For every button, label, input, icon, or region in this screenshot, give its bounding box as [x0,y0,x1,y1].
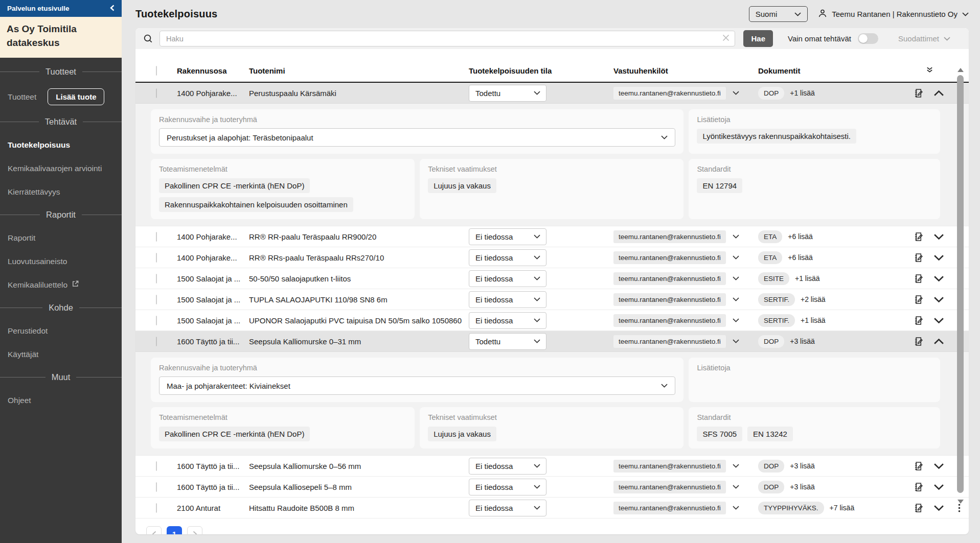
filters-dropdown[interactable]: Suodattimet [898,34,950,43]
document-badge[interactable]: DOP [758,87,784,100]
prev-page-button[interactable] [146,526,162,534]
page-number[interactable]: 1 [167,526,182,534]
scroll-down-icon[interactable] [958,500,964,504]
table-row[interactable]: 1600 Täyttö ja tii... Seepsula Kalliomur… [135,331,969,352]
chevron-down-icon[interactable] [733,318,739,322]
edit-icon[interactable] [913,315,924,326]
sidebar-item-luovutusaineisto[interactable]: Luovutusaineisto [0,250,122,273]
chevron-down-icon[interactable] [933,231,944,242]
more-documents[interactable]: +1 lisää [790,89,815,97]
search-button[interactable]: Hae [743,30,773,47]
table-row[interactable]: 1500 Salaojat ja ... TUPLA SALAOJAPUTKI … [135,289,969,310]
document-badge[interactable]: DOP [758,335,784,348]
sidebar-item-tuotekelpoisuus[interactable]: Tuotekelpoisuus [0,133,122,157]
product-group-select[interactable]: Perustukset ja alapohjat: Teräsbetonipaa… [159,128,675,147]
row-checkbox[interactable] [156,253,157,263]
chevron-down-icon[interactable] [933,503,944,513]
sidebar-item-perustiedot[interactable]: Perustiedot [0,319,122,343]
more-documents[interactable]: +1 lisää [801,316,826,324]
vertical-scrollbar[interactable] [957,68,964,534]
more-documents[interactable]: +3 lisää [790,462,815,470]
edit-icon[interactable] [913,273,924,284]
chevron-down-icon[interactable] [733,485,739,489]
own-tasks-toggle[interactable] [858,33,878,44]
document-badge[interactable]: ESITE [758,272,789,285]
edit-icon[interactable] [913,252,924,263]
chevron-down-icon[interactable] [933,273,944,284]
edit-icon[interactable] [913,231,924,242]
chevron-down-icon[interactable] [733,297,739,301]
more-documents[interactable]: +1 lisää [795,274,820,282]
more-documents[interactable]: +3 lisää [790,483,815,491]
row-checkbox[interactable] [156,337,157,346]
sidebar-item-ohjeet[interactable]: Ohjeet [0,389,122,412]
chevron-up-icon[interactable] [933,336,944,347]
chevron-down-icon[interactable] [733,276,739,280]
edit-icon[interactable] [913,88,924,99]
table-row[interactable]: 1400 Pohjarake... Perustuspaalu Kärsämäk… [135,83,969,104]
row-checkbox[interactable] [156,232,157,242]
edit-icon[interactable] [913,482,924,492]
more-documents[interactable]: +2 lisää [801,295,826,303]
sidebar-item-kemikaaliluettelo[interactable]: Kemikaaliluettelo [0,273,122,297]
select-all-checkbox[interactable] [156,66,157,76]
chevron-down-icon[interactable] [933,252,944,263]
sidebar-item-raportit[interactable]: Raportit [0,226,122,250]
table-row[interactable]: 1500 Salaojat ja ... 50-50/50 salaojaput… [135,268,969,289]
table-row[interactable]: 1500 Salaojat ja ... UPONOR Salaojaputki… [135,310,969,331]
chevron-down-icon[interactable] [733,464,739,468]
more-documents[interactable]: +6 lisää [788,232,813,241]
search-input[interactable] [159,31,735,46]
document-badge[interactable]: DOP [758,460,784,473]
chevron-down-icon[interactable] [733,91,739,95]
status-select[interactable]: Ei tiedossa [469,228,546,245]
status-select[interactable]: Todettu [469,333,546,350]
status-select[interactable]: Ei tiedossa [469,249,546,266]
edit-icon[interactable] [913,503,924,513]
edit-icon[interactable] [913,294,924,305]
add-product-button[interactable]: Lisää tuote [48,88,104,105]
chevron-down-icon[interactable] [733,339,739,343]
chevron-up-icon[interactable] [933,88,944,99]
status-select[interactable]: Ei tiedossa [469,479,546,495]
back-to-home-link[interactable]: Palvelun etusivulle [0,0,122,17]
document-badge[interactable]: ETA [758,251,782,264]
status-select[interactable]: Ei tiedossa [469,291,546,308]
collapse-all-icon[interactable] [892,66,933,75]
document-badge[interactable]: TYYPPIHYVÄKS. [758,502,824,514]
status-select[interactable]: Ei tiedossa [469,500,546,516]
row-checkbox[interactable] [156,274,157,284]
table-row[interactable]: 1600 Täyttö ja tii... Seepsula Kalliosep… [135,477,969,498]
product-group-select[interactable]: Maa- ja pohjarakenteet: Kiviainekset [159,376,675,395]
table-row[interactable]: 2100 Anturat Hitsattu Raudoite B500B 8 m… [135,498,969,518]
row-checkbox[interactable] [156,316,157,325]
chevron-down-icon[interactable] [933,294,944,305]
sidebar-item-kayttajat[interactable]: Käyttäjät [0,343,122,366]
sidebar-item-kemikaalivaarojen-arviointi[interactable]: Kemikaalivaarojen arviointi [0,157,122,180]
more-documents[interactable]: +3 lisää [790,337,815,345]
document-badge[interactable]: DOP [758,481,784,493]
status-select[interactable]: Ei tiedossa [469,458,546,475]
chevron-down-icon[interactable] [933,315,944,326]
row-checkbox[interactable] [156,88,157,98]
row-checkbox[interactable] [156,461,157,471]
row-checkbox[interactable] [156,482,157,492]
chevron-down-icon[interactable] [733,506,739,510]
edit-icon[interactable] [913,461,924,471]
scrollbar-thumb[interactable] [957,75,964,493]
clear-icon[interactable] [722,34,730,42]
scroll-up-icon[interactable] [958,68,964,72]
language-select[interactable]: Suomi [749,6,808,22]
sidebar-item-kierratettavyys[interactable]: Kierrätettävyys [0,180,122,204]
table-row[interactable]: 1400 Pohjarake... RR® RR-paalu Teräspaal… [135,226,969,247]
edit-icon[interactable] [913,336,924,347]
document-badge[interactable]: ETA [758,230,782,243]
user-menu[interactable]: Teemu Rantanen | Rakennustieto Oy [818,9,969,19]
status-select[interactable]: Ei tiedossa [469,270,546,287]
row-checkbox[interactable] [156,295,157,304]
table-row[interactable]: 1600 Täyttö ja tii... Seepsula Kalliomur… [135,456,969,477]
table-row[interactable]: 1400 Pohjarake... RR® RRs-paalu Teräspaa… [135,247,969,268]
more-documents[interactable]: +6 lisää [788,253,813,262]
sidebar-item-tuotteet[interactable]: Tuotteet [8,92,36,102]
chevron-down-icon[interactable] [933,461,944,471]
